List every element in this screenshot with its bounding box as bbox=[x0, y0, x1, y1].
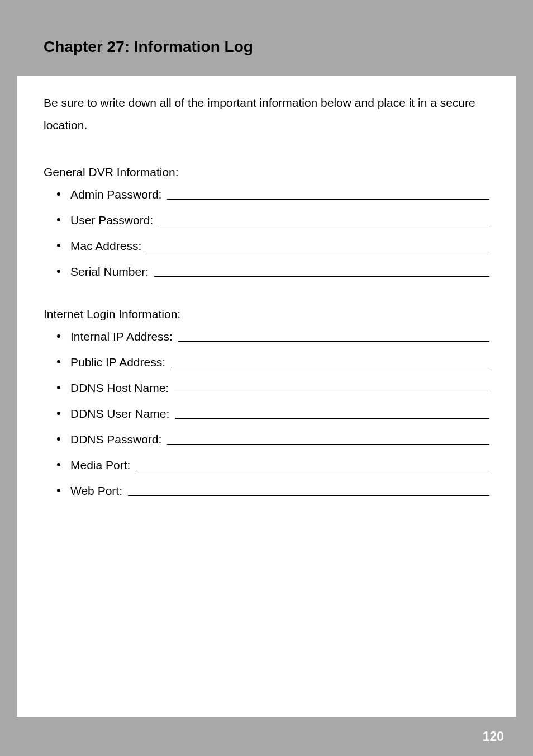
list-item: Public IP Address: bbox=[70, 356, 489, 369]
fill-line bbox=[171, 367, 489, 367]
fill-line bbox=[175, 418, 489, 419]
list-item: DDNS Host Name: bbox=[70, 381, 489, 395]
fill-line bbox=[154, 276, 489, 277]
fill-line bbox=[147, 251, 489, 251]
item-label: Media Port: bbox=[70, 459, 130, 472]
page-number: 120 bbox=[483, 729, 504, 744]
item-label: Admin Password: bbox=[70, 188, 161, 201]
item-label: Internal IP Address: bbox=[70, 330, 173, 343]
chapter-title: Chapter 27: Information Log bbox=[44, 38, 516, 56]
bullet-icon bbox=[57, 218, 60, 221]
section-heading: Internet Login Information: bbox=[44, 308, 489, 321]
intro-paragraph: Be sure to write down all of the importa… bbox=[44, 92, 489, 136]
page-footer: 120 bbox=[0, 717, 533, 756]
document-page: Chapter 27: Information Log Be sure to w… bbox=[17, 17, 516, 717]
section-internet: Internet Login Information: Internal IP … bbox=[44, 308, 489, 498]
item-label: DDNS Password: bbox=[70, 433, 161, 446]
bullet-icon bbox=[57, 412, 60, 415]
list-item: Serial Number: bbox=[70, 265, 489, 278]
item-label: User Password: bbox=[70, 214, 153, 227]
bullet-icon bbox=[57, 386, 60, 389]
list-item: Web Port: bbox=[70, 484, 489, 498]
list-item: DDNS User Name: bbox=[70, 407, 489, 420]
list-item: DDNS Password: bbox=[70, 433, 489, 446]
list-item: Internal IP Address: bbox=[70, 330, 489, 343]
list-item: Media Port: bbox=[70, 459, 489, 472]
item-label: DDNS User Name: bbox=[70, 407, 169, 420]
content-area: Be sure to write down all of the importa… bbox=[17, 76, 516, 498]
bullet-icon bbox=[57, 360, 60, 363]
fill-line bbox=[128, 495, 489, 496]
chapter-header: Chapter 27: Information Log bbox=[17, 17, 516, 76]
info-list-internet: Internal IP Address: Public IP Address: … bbox=[44, 330, 489, 498]
fill-line bbox=[136, 470, 489, 470]
item-label: Web Port: bbox=[70, 484, 122, 498]
list-item: User Password: bbox=[70, 214, 489, 227]
fill-line bbox=[178, 341, 489, 342]
fill-line bbox=[167, 444, 489, 445]
item-label: Public IP Address: bbox=[70, 356, 165, 369]
bullet-icon bbox=[57, 437, 60, 441]
info-list-general: Admin Password: User Password: Mac Addre… bbox=[44, 188, 489, 278]
bullet-icon bbox=[57, 270, 60, 273]
fill-line bbox=[159, 225, 489, 225]
bullet-icon bbox=[57, 334, 60, 338]
item-label: DDNS Host Name: bbox=[70, 381, 169, 395]
bullet-icon bbox=[57, 192, 60, 196]
item-label: Serial Number: bbox=[70, 265, 149, 278]
fill-line bbox=[167, 199, 489, 200]
bullet-icon bbox=[57, 489, 60, 492]
fill-line bbox=[174, 393, 489, 393]
list-item: Admin Password: bbox=[70, 188, 489, 201]
bullet-icon bbox=[57, 463, 60, 466]
list-item: Mac Address: bbox=[70, 239, 489, 253]
item-label: Mac Address: bbox=[70, 239, 141, 253]
bullet-icon bbox=[57, 244, 60, 247]
section-general: General DVR Information: Admin Password:… bbox=[44, 166, 489, 278]
section-heading: General DVR Information: bbox=[44, 166, 489, 179]
